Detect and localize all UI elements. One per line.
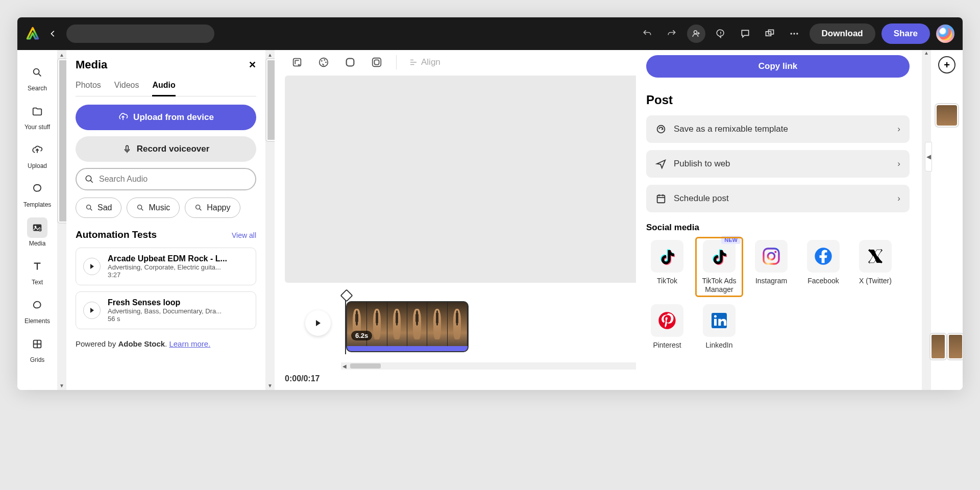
canvas-left-scrollbar[interactable]: ▲ ▼ [265, 50, 275, 390]
social-tiktok[interactable]: TikTok [646, 240, 688, 294]
play-icon[interactable] [83, 302, 101, 319]
svg-point-6 [796, 33, 798, 34]
svg-point-13 [86, 176, 91, 181]
svg-point-30 [774, 251, 776, 253]
tag-music[interactable]: Music [127, 198, 180, 218]
svg-rect-12 [126, 145, 128, 150]
download-button[interactable]: Download [810, 23, 875, 44]
pinterest-icon [651, 304, 683, 337]
social-heading: Social media [646, 223, 910, 233]
tiktok-icon [651, 240, 683, 273]
post-row-send[interactable]: Publish to web› [646, 150, 910, 178]
learn-more-link[interactable]: Learn more. [169, 339, 210, 348]
svg-point-19 [321, 60, 323, 62]
svg-point-26 [657, 126, 665, 133]
svg-rect-28 [764, 249, 779, 264]
media-tab-videos[interactable]: Videos [114, 78, 139, 96]
folder-icon [27, 101, 47, 121]
scene-thumbnail[interactable] [948, 334, 963, 359]
view-all-link[interactable]: View all [232, 231, 256, 239]
post-heading: Post [646, 93, 910, 107]
media-tab-audio[interactable]: Audio [152, 78, 175, 96]
rail-item-elements[interactable]: Elements [20, 291, 55, 329]
invite-button[interactable] [687, 24, 705, 43]
copy-link-button[interactable]: Copy link [646, 55, 910, 78]
rail-item-upload[interactable]: Upload [20, 136, 55, 174]
svg-point-32 [658, 312, 675, 329]
media-tab-photos[interactable]: Photos [76, 78, 101, 96]
social-linkedin[interactable]: LinkedIn [698, 304, 740, 350]
social-pinterest[interactable]: Pinterest [646, 304, 688, 350]
app-logo [26, 27, 40, 41]
present-button[interactable] [761, 24, 779, 43]
send-icon [655, 158, 667, 169]
scene-thumbnail[interactable] [930, 334, 946, 359]
canvas-toolbar: Align [290, 55, 440, 69]
media-icon [27, 217, 47, 238]
rail-item-text[interactable]: Text [20, 252, 55, 290]
svg-point-5 [793, 33, 795, 34]
svg-point-7 [34, 69, 39, 75]
tag-sad[interactable]: Sad [76, 198, 121, 218]
svg-point-15 [138, 205, 142, 209]
powered-by-text: Powered by Adobe Stock. Learn more. [76, 339, 256, 348]
play-button[interactable] [305, 310, 331, 336]
share-button[interactable]: Share [881, 23, 930, 44]
social-instagram[interactable]: Instagram [750, 240, 792, 294]
help-button[interactable] [712, 24, 730, 43]
rail-item-search[interactable]: Search [20, 58, 55, 96]
remix-icon [655, 124, 667, 135]
redo-button[interactable] [663, 24, 681, 43]
svg-point-21 [325, 62, 327, 63]
blob-icon [27, 295, 47, 315]
grid-icon [27, 334, 47, 354]
color-tool-icon[interactable] [316, 55, 331, 69]
rail-item-your-stuff[interactable]: Your stuff [20, 97, 55, 135]
svg-point-16 [196, 205, 200, 209]
cloud-up-icon [27, 140, 47, 160]
back-button[interactable] [46, 27, 60, 41]
rail-item-grids[interactable]: Grids [20, 330, 55, 368]
media-title: Media [76, 58, 107, 71]
page-thumbnail[interactable] [936, 104, 958, 127]
media-scrollbar[interactable]: ▲ ▼ [57, 50, 66, 390]
rail-item-templates[interactable]: Templates [20, 175, 55, 212]
crop-tool-icon[interactable] [290, 55, 304, 69]
audio-item[interactable]: Arcade Upbeat EDM Rock - L...Advertising… [76, 248, 256, 285]
search-audio-input[interactable] [76, 168, 256, 190]
tag-happy[interactable]: Happy [185, 198, 240, 218]
calendar-icon [655, 193, 667, 204]
social-facebook[interactable]: Facebook [802, 240, 844, 294]
play-icon[interactable] [83, 258, 101, 275]
social-tiktok-ads[interactable]: NEWTikTok Ads Manager [698, 240, 740, 294]
more-button[interactable] [785, 24, 803, 43]
search-icon [27, 62, 47, 83]
facebook-icon [807, 240, 840, 273]
shape-tool-icon[interactable] [343, 55, 357, 69]
post-row-remix[interactable]: Save as a remixable template› [646, 115, 910, 143]
record-voiceover-button[interactable]: Record voiceover [76, 136, 256, 162]
right-scrollbar[interactable]: ▲ [922, 50, 931, 390]
audio-item[interactable]: Fresh Senses loopAdvertising, Bass, Docu… [76, 291, 256, 329]
rail-item-media[interactable]: Media [20, 213, 55, 251]
frame-tool-icon[interactable] [370, 55, 384, 69]
clip-duration-badge: 6.2s [351, 331, 372, 340]
video-clip[interactable] [346, 301, 469, 352]
right-rail: + ◀ [931, 50, 963, 390]
undo-button[interactable] [638, 24, 656, 43]
align-tool[interactable]: Align [409, 57, 440, 67]
user-avatar[interactable] [936, 24, 954, 43]
comment-button[interactable] [736, 24, 754, 43]
collapse-right-rail[interactable]: ◀ [925, 142, 932, 172]
social-x[interactable]: X (Twitter) [854, 240, 896, 294]
share-panel: Copy link Post Save as a remixable templ… [636, 50, 922, 390]
top-search-input[interactable] [66, 24, 214, 43]
chevron-right-icon: › [897, 193, 900, 204]
svg-rect-24 [374, 60, 379, 64]
svg-point-20 [324, 59, 325, 61]
upload-button[interactable]: Upload from device [76, 105, 256, 130]
new-badge: NEW [721, 236, 741, 244]
post-row-calendar[interactable]: Schedule post› [646, 185, 910, 212]
add-page-button[interactable]: + [938, 56, 955, 74]
close-media-button[interactable]: ✕ [249, 59, 256, 70]
